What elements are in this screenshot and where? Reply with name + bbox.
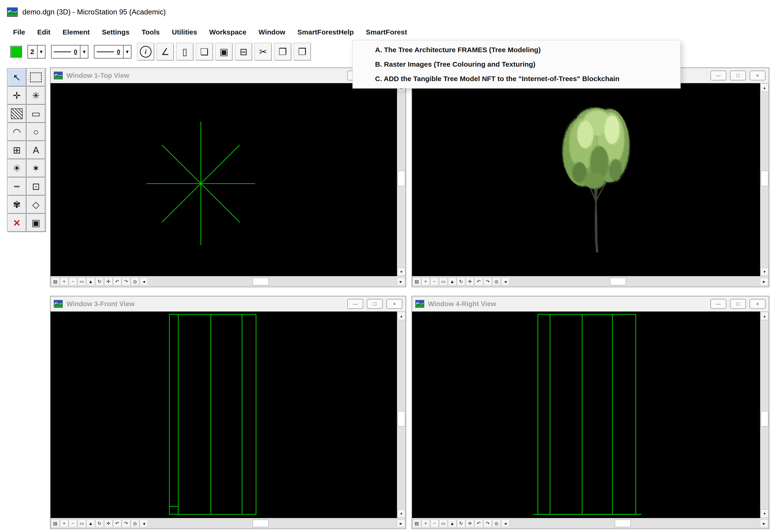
menubar-item-settings[interactable]: Settings: [96, 26, 135, 38]
zoom-out-icon[interactable]: −: [69, 519, 77, 527]
maximize-button[interactable]: □: [730, 71, 746, 80]
fit-view-icon[interactable]: ▲: [86, 278, 95, 285]
print-icon[interactable]: ⊟: [235, 43, 252, 61]
scroll-right-icon[interactable]: ▸: [760, 278, 768, 285]
zoom-in-icon[interactable]: +: [60, 519, 68, 527]
rotate-view-icon[interactable]: ↻: [95, 278, 104, 285]
view-previous-icon[interactable]: ↶: [113, 278, 121, 285]
vertical-scroll-track[interactable]: [397, 92, 406, 267]
menubar-item-utilities[interactable]: Utilities: [166, 26, 203, 38]
place-circle-tool[interactable]: ○: [26, 123, 45, 141]
update-view-icon[interactable]: ▤: [413, 278, 421, 285]
view-next-icon[interactable]: ↷: [122, 519, 130, 527]
fit-view-icon[interactable]: ▲: [86, 519, 95, 527]
scroll-up-icon[interactable]: ▴: [761, 312, 769, 320]
scroll-left-icon[interactable]: ◂: [501, 519, 510, 527]
view-previous-icon[interactable]: ↶: [475, 519, 483, 527]
scroll-right-icon[interactable]: ▸: [397, 519, 405, 527]
fit-view-icon[interactable]: ▲: [448, 278, 456, 285]
minimize-button[interactable]: —: [710, 299, 726, 309]
menubar-item-edit[interactable]: Edit: [31, 26, 57, 38]
update-view-icon[interactable]: ▤: [51, 278, 59, 285]
vertical-scroll-thumb[interactable]: [761, 411, 768, 426]
pan-view-icon[interactable]: ✛: [104, 278, 113, 285]
dimension-tool[interactable]: ⊞: [7, 141, 26, 159]
pan-view-icon[interactable]: ✛: [466, 278, 474, 285]
horizontal-scroll-track[interactable]: [510, 277, 759, 286]
line-style-combo[interactable]: 0 ▾: [51, 45, 89, 58]
fence-tool[interactable]: [26, 68, 45, 86]
render-view-icon[interactable]: ◎: [492, 278, 501, 285]
accudraw-angle-icon[interactable]: ∠: [157, 43, 174, 61]
measure-tool[interactable]: ┉: [7, 177, 26, 196]
menu-item-raster-images[interactable]: B. Raster Images (Tree Colouring and Tex…: [353, 57, 680, 72]
line-weight-combo[interactable]: 0 ▾: [94, 45, 131, 58]
render-view-icon[interactable]: ◎: [131, 278, 139, 285]
right-view-canvas[interactable]: [412, 312, 760, 518]
front-view-canvas[interactable]: [51, 312, 397, 518]
open-file-icon[interactable]: ❏: [196, 43, 213, 61]
edit-element-tool[interactable]: ▣: [26, 214, 45, 232]
minimize-button[interactable]: —: [710, 71, 726, 80]
minimize-button[interactable]: —: [347, 299, 363, 309]
view-previous-icon[interactable]: ↶: [475, 278, 483, 285]
pan-view-icon[interactable]: ✛: [104, 519, 113, 527]
close-button[interactable]: ×: [750, 71, 765, 80]
horizontal-scroll-track[interactable]: [149, 277, 396, 286]
top-view-canvas[interactable]: [51, 83, 397, 276]
rotate-view-icon[interactable]: ↻: [457, 519, 465, 527]
menubar-item-element[interactable]: Element: [56, 26, 96, 38]
update-view-icon[interactable]: ▤: [413, 519, 421, 527]
horizontal-scroll-track[interactable]: [149, 519, 396, 528]
vertical-scrollbar[interactable]: ▴ ▾: [760, 83, 769, 276]
copy-icon[interactable]: ❐: [274, 43, 291, 61]
vertical-scroll-track[interactable]: [760, 320, 769, 509]
horizontal-scroll-thumb[interactable]: [615, 520, 631, 527]
zoom-out-icon[interactable]: −: [69, 278, 77, 285]
rendering-tool[interactable]: ☀: [7, 159, 26, 177]
window-area-icon[interactable]: ▭: [78, 278, 86, 285]
menubar-item-smartforesthelp[interactable]: SmartForestHelp: [291, 26, 360, 38]
view-window-4-titlebar[interactable]: Window 4-Right View — □ ×: [412, 296, 769, 312]
zoom-out-icon[interactable]: −: [430, 519, 439, 527]
color-palette-tool[interactable]: ✾: [7, 196, 26, 214]
new-file-icon[interactable]: ▯: [176, 43, 193, 61]
horizontal-scroll-thumb[interactable]: [253, 278, 269, 285]
scroll-right-icon[interactable]: ▸: [760, 519, 768, 527]
vertical-scrollbar[interactable]: ▴ ▾: [397, 83, 406, 276]
close-button[interactable]: ×: [386, 299, 402, 309]
menubar-item-window[interactable]: Window: [252, 26, 291, 38]
horizontal-scroll-thumb[interactable]: [253, 520, 269, 527]
rotate-view-icon[interactable]: ↻: [457, 278, 465, 285]
paste-icon[interactable]: ❒: [294, 43, 311, 61]
vertical-scroll-thumb[interactable]: [761, 171, 768, 186]
menu-item-add-tree-nft[interactable]: C. ADD the Tangible Tree Model NFT to th…: [353, 72, 680, 86]
cut-icon[interactable]: ✂: [255, 43, 272, 61]
scroll-right-icon[interactable]: ▸: [397, 278, 405, 285]
pan-view-icon[interactable]: ✛: [466, 519, 474, 527]
window-area-icon[interactable]: ▭: [439, 519, 448, 527]
active-level-combo[interactable]: 2 ▾: [28, 45, 45, 58]
horizontal-scroll-thumb[interactable]: [610, 278, 626, 285]
place-block-tool[interactable]: ▭: [26, 105, 45, 123]
zoom-in-icon[interactable]: +: [421, 278, 430, 285]
vertical-scrollbar[interactable]: ▴ ▾: [397, 312, 406, 518]
scroll-up-icon[interactable]: ▴: [397, 312, 405, 320]
place-text-tool[interactable]: A: [26, 141, 45, 159]
delete-element-tool[interactable]: ×: [7, 214, 26, 232]
view-previous-icon[interactable]: ↶: [113, 519, 121, 527]
vertical-scroll-thumb[interactable]: [398, 171, 405, 186]
vertical-scroll-thumb[interactable]: [398, 411, 405, 426]
view-next-icon[interactable]: ↷: [483, 519, 492, 527]
scroll-down-icon[interactable]: ▾: [761, 268, 769, 276]
scroll-down-icon[interactable]: ▾: [397, 509, 405, 518]
scroll-left-icon[interactable]: ◂: [140, 519, 148, 527]
view-next-icon[interactable]: ↷: [122, 278, 130, 285]
zoom-out-icon[interactable]: −: [430, 278, 439, 285]
window-area-icon[interactable]: ▭: [439, 278, 448, 285]
save-file-icon[interactable]: ▣: [215, 43, 233, 61]
fit-reference-tool[interactable]: ⊡: [26, 177, 45, 196]
window-area-icon[interactable]: ▭: [78, 519, 86, 527]
maximize-button[interactable]: □: [730, 299, 746, 309]
zoom-in-icon[interactable]: +: [60, 278, 68, 285]
